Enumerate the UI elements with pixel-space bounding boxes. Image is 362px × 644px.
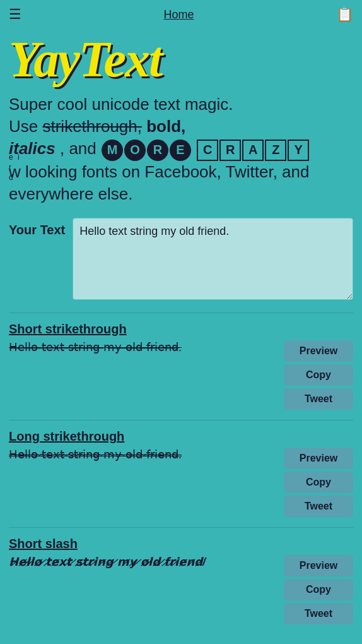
short-slash-copy-button[interactable]: Copy — [284, 579, 353, 600]
hero-weird: e i r d w — [9, 161, 21, 183]
long-strikethrough-tweet-button[interactable]: Tweet — [284, 496, 353, 517]
short-strikethrough-tweet-button[interactable]: Tweet — [284, 388, 353, 410]
circle-r: R — [147, 140, 168, 161]
short-strikethrough-copy-button[interactable]: Copy — [284, 364, 353, 386]
weird-above: e i r d — [9, 152, 21, 183]
hero-line3: looking fonts on Facebook, Twitter, and … — [9, 162, 309, 203]
clipboard-icon: 📋 — [336, 6, 353, 23]
result-long-strikethrough: Long strikethrough H̴e̴l̴l̴o̴ ̴t̴e̴x̴t̴ … — [0, 420, 362, 517]
circle-o: O — [124, 140, 146, 161]
short-strikethrough-row: H̶e̶l̶l̶o̶ ̶t̶e̶x̶t̶ ̶s̶t̶r̶i̶n̶g̶ ̶m̶y̶… — [9, 340, 353, 410]
long-strikethrough-row: H̴e̴l̴l̴o̴ ̴t̴e̴x̴t̴ ̴s̴t̴r̴i̴n̴g̴ ̴m̴y̴… — [9, 448, 353, 517]
long-strikethrough-copy-button[interactable]: Copy — [284, 472, 353, 493]
hero-boxed: C R A Z Y — [196, 140, 310, 161]
short-slash-preview-button[interactable]: Preview — [284, 555, 353, 576]
short-slash-row: H̷e̷l̷l̷o̷ ̷t̷e̷x̷t̷ ̷s̷t̷r̷i̷n̷g̷ ̷m̷y̷… — [9, 555, 353, 624]
short-strikethrough-buttons: Preview Copy Tweet — [284, 340, 353, 410]
input-section: Your Text Hello text string my old frien… — [0, 218, 362, 313]
short-strikethrough-preview-button[interactable]: Preview — [284, 340, 353, 362]
circle-m: M — [102, 140, 123, 161]
logo-area: YayText — [0, 29, 362, 87]
hero-line1: Super cool unicode text magic. — [9, 95, 233, 114]
text-input[interactable]: Hello text string my old friend. — [73, 218, 353, 300]
home-link[interactable]: Home — [163, 8, 194, 21]
hero-use: Use — [9, 117, 42, 136]
logo: YayText — [9, 34, 353, 85]
short-strikethrough-text: H̶e̶l̶l̶o̶ ̶t̶e̶x̶t̶ ̶s̶t̶r̶i̶n̶g̶ ̶m̶y̶… — [9, 340, 284, 354]
hero-circled: M O R E — [101, 140, 192, 161]
hamburger-icon[interactable]: ☰ — [9, 6, 21, 23]
long-strikethrough-buttons: Preview Copy Tweet — [284, 448, 353, 517]
long-strikethrough-text: H̴e̴l̴l̴o̴ ̴t̴e̴x̴t̴ ̴s̴t̴r̴i̴n̴g̴ ̴m̴y̴… — [9, 448, 284, 462]
long-strikethrough-preview-button[interactable]: Preview — [284, 448, 353, 469]
box-r: R — [219, 140, 241, 161]
result-short-strikethrough: Short strikethrough H̶e̶l̶l̶o̶ ̶t̶e̶x̶t̶… — [0, 313, 362, 410]
your-text-label: Your Text — [9, 218, 65, 237]
short-slash-tweet-button[interactable]: Tweet — [284, 603, 353, 624]
hero-description: Super cool unicode text magic. Use strik… — [0, 87, 362, 218]
hero-and: , and — [60, 139, 101, 158]
box-z: Z — [265, 140, 286, 161]
box-c: C — [197, 140, 218, 161]
hero-strikethrough: strikethrough, — [42, 117, 142, 136]
short-slash-text: H̷e̷l̷l̷o̷ ̷t̷e̷x̷t̷ ̷s̷t̷r̷i̷n̷g̷ ̷m̷y̷… — [9, 555, 284, 569]
long-strikethrough-title: Long strikethrough — [9, 429, 353, 444]
short-slash-title: Short slash — [9, 537, 353, 551]
box-a: A — [242, 140, 264, 161]
hero-bold: bold, — [146, 117, 185, 136]
short-slash-buttons: Preview Copy Tweet — [284, 555, 353, 624]
result-short-slash: Short slash H̷e̷l̷l̷o̷ ̷t̷e̷x̷t̷ ̷s̷t̷r̷… — [0, 528, 362, 624]
circle-e: E — [170, 140, 191, 161]
top-nav: ☰ Home 📋 — [0, 0, 362, 29]
short-strikethrough-title: Short strikethrough — [9, 322, 353, 337]
box-y: Y — [288, 140, 309, 161]
